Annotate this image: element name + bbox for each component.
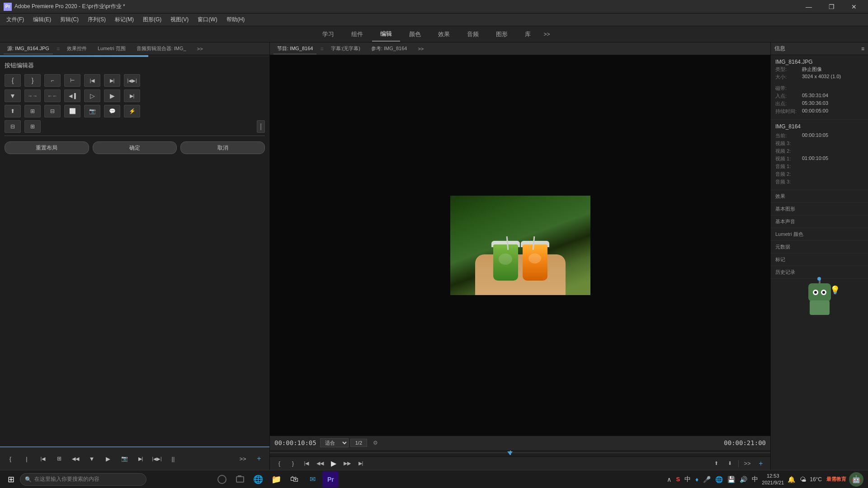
be-icon-inout[interactable]: |◀▶| <box>124 74 140 87</box>
taskbar-app-premiere[interactable]: Pr <box>322 471 339 488</box>
ts-mark[interactable]: | <box>20 452 33 465</box>
prog-more[interactable]: >> <box>741 459 753 469</box>
menu-window[interactable]: 窗口(W) <box>193 14 222 25</box>
tray-globe[interactable]: 🌐 <box>714 475 724 484</box>
source-panel-more[interactable]: >> <box>193 44 207 53</box>
settings-icon[interactable]: ⚙ <box>369 436 382 449</box>
ts-loop[interactable]: || <box>166 452 180 465</box>
be-icon-insert-overwrite[interactable]: ⊞ <box>24 105 41 117</box>
taskbar-app-edge[interactable]: 🌐 <box>250 471 266 488</box>
audio-mixer-tab[interactable]: 音频剪辑混合器: IMG_ <box>133 43 190 54</box>
be-icon-overwrite[interactable]: ⊟ <box>44 105 61 117</box>
info-menu-icon[interactable]: ≡ <box>861 46 864 52</box>
be-icon-sub1[interactable]: ⊟ <box>5 120 21 133</box>
prog-play[interactable]: ▶ <box>328 459 340 469</box>
ws-tab-effects[interactable]: 效果 <box>430 28 458 41</box>
minimize-button[interactable]: — <box>798 0 819 14</box>
ts-mark-in[interactable]: { <box>4 452 17 465</box>
effects-item-essential-sound[interactable]: 基本声音 <box>771 216 868 228</box>
workspace-more[interactable]: >> <box>540 28 553 40</box>
tray-volume[interactable]: 🔊 <box>739 475 748 484</box>
menu-marker[interactable]: 标记(M) <box>110 14 138 25</box>
effects-item-metadata[interactable]: 元数据 <box>771 241 868 253</box>
effects-item-essential-graphics[interactable]: 基本图形 <box>771 203 868 216</box>
source-tab[interactable]: 源: IMG_8164.JPG <box>4 43 53 54</box>
tray-mic[interactable]: 🎤 <box>702 475 712 484</box>
prog-lift[interactable]: ⬆ <box>710 459 722 469</box>
menu-graphics[interactable]: 图形(G) <box>138 14 166 25</box>
prog-mark-in[interactable]: { <box>274 459 285 469</box>
ts-more[interactable]: >> <box>236 452 250 465</box>
effects-item-lumetri[interactable]: Lumetri 颜色 <box>771 228 868 241</box>
be-icon-go-out[interactable]: ▶| <box>104 74 120 87</box>
effects-item-effects[interactable]: 效果 <box>771 190 868 203</box>
program-end-timecode[interactable]: 00:00:21:00 <box>724 439 766 446</box>
ts-shuttle[interactable]: ▼ <box>85 452 99 465</box>
start-button[interactable]: ⊞ <box>2 471 20 488</box>
tray-drive[interactable]: 💾 <box>726 475 736 484</box>
be-icon-fwd[interactable]: →→ <box>24 89 41 102</box>
menu-clip[interactable]: 剪辑(C) <box>56 14 83 25</box>
program-tab[interactable]: 节目: IMG_8164 <box>274 43 316 54</box>
menu-edit[interactable]: 编辑(E) <box>28 14 56 25</box>
taskbar-app-store[interactable]: 🛍 <box>286 471 302 488</box>
lumetri-scope-tab[interactable]: Lumetri 范围 <box>94 43 129 54</box>
ok-button[interactable]: 确定 <box>93 141 177 154</box>
prog-extract[interactable]: ⬇ <box>724 459 736 469</box>
taskbar-app-explorer[interactable]: 📁 <box>268 471 284 488</box>
prog-add[interactable]: + <box>755 459 767 469</box>
be-icon-out[interactable]: } <box>24 74 41 87</box>
ws-tab-audio[interactable]: 音频 <box>459 28 487 41</box>
taskbar-app-mail[interactable]: ✉ <box>304 471 321 488</box>
taskbar-app-task[interactable] <box>232 471 248 488</box>
tray-zhong[interactable]: 中 <box>684 474 692 484</box>
ws-tab-assembly[interactable]: 组件 <box>343 28 371 41</box>
reset-layout-button[interactable]: 重置布局 <box>5 141 89 154</box>
tray-sohu[interactable]: S <box>675 475 681 483</box>
be-icon-caption[interactable]: 💬 <box>104 105 120 117</box>
ts-go-in[interactable]: |◀ <box>36 452 50 465</box>
prog-go-out[interactable]: ▶| <box>355 459 367 469</box>
be-icon-mark-in[interactable]: ⌐ <box>44 74 61 87</box>
ts-snapshot[interactable]: 📷 <box>118 452 131 465</box>
prog-mark-out[interactable]: } <box>287 459 299 469</box>
be-icon-snapshot[interactable]: 📷 <box>84 105 100 117</box>
tray-ime[interactable]: 中 <box>751 474 759 484</box>
cancel-button[interactable]: 取消 <box>180 141 265 154</box>
ts-rwd[interactable]: ◀◀ <box>69 452 82 465</box>
be-icon-slider[interactable]: | <box>257 120 265 133</box>
be-icon-export[interactable]: ⬆ <box>5 105 21 117</box>
be-icon-in[interactable]: { <box>5 74 21 87</box>
ts-insert[interactable]: ⊞ <box>52 452 66 465</box>
be-icon-rwd[interactable]: ←← <box>44 89 61 102</box>
maximize-button[interactable]: ❐ <box>821 0 842 14</box>
effects-item-markers[interactable]: 标记 <box>771 253 868 266</box>
be-icon-go-in[interactable]: |◀ <box>84 74 100 87</box>
be-icon-play-next[interactable]: ▶| <box>124 89 140 102</box>
be-icon-insert[interactable]: ▼ <box>5 89 21 102</box>
tray-dot[interactable]: ♦ <box>694 475 699 484</box>
be-icon-multi[interactable]: ⚡ <box>124 105 140 117</box>
zoom-select[interactable]: 适合 100% 50% <box>320 438 349 447</box>
be-icon-play-step[interactable]: ▷ <box>84 89 100 102</box>
reference-tab[interactable]: 参考: IMG_8164 <box>368 43 410 54</box>
be-icon-sub2[interactable]: ⊞ <box>24 120 41 133</box>
menu-sequence[interactable]: 序列(S) <box>83 14 110 25</box>
menu-file[interactable]: 文件(F) <box>2 14 28 25</box>
be-icon-play[interactable]: ▶ <box>104 89 120 102</box>
prog-step-back[interactable]: ◀◀ <box>314 459 326 469</box>
taskbar-search[interactable]: 🔍 在这里输入你要搜索的内容 <box>20 473 146 486</box>
menu-help[interactable]: 帮助(H) <box>222 14 250 25</box>
ws-tab-color[interactable]: 颜色 <box>401 28 429 41</box>
program-more[interactable]: >> <box>414 44 427 53</box>
notification-icon[interactable]: 🔔 <box>787 475 796 484</box>
be-icon-safe[interactable]: ⬜ <box>64 105 80 117</box>
be-icon-step-back[interactable]: ◀▐ <box>64 89 80 102</box>
prog-go-in[interactable]: |◀ <box>301 459 312 469</box>
ws-tab-edit[interactable]: 编辑 <box>372 27 400 42</box>
ws-tab-graphics[interactable]: 图形 <box>488 28 516 41</box>
menu-view[interactable]: 视图(V) <box>166 14 193 25</box>
ts-add[interactable]: + <box>252 452 266 465</box>
taskbar-app-search[interactable] <box>214 471 230 488</box>
caption-tab[interactable]: 字幕:(无字幕) <box>327 43 364 54</box>
